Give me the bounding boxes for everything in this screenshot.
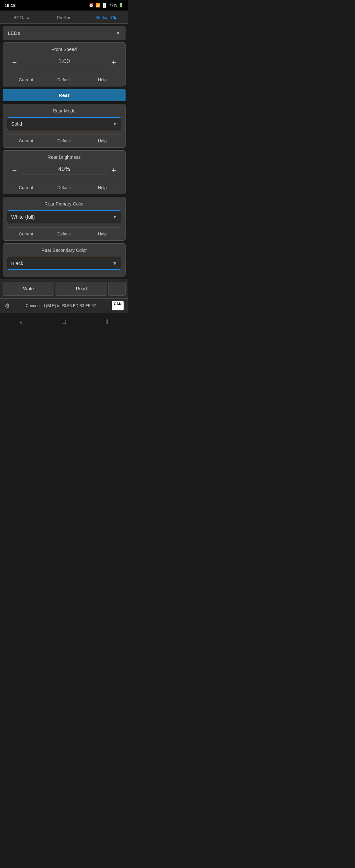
front-speed-card: Front Speed − 1.00 + Current Default Hel… bbox=[3, 42, 126, 87]
more-button[interactable]: ... bbox=[108, 282, 126, 296]
wifi-icon: 📶 bbox=[95, 3, 100, 7]
rear-secondary-color-select[interactable]: Black White (full) Red Green Blue Yellow bbox=[7, 257, 121, 269]
can-arrow-icon: → bbox=[116, 306, 119, 310]
signal-icon: ▐▌ bbox=[102, 3, 107, 7]
rear-mode-actions: Current Default Help bbox=[7, 134, 121, 145]
front-speed-actions: Current Default Help bbox=[7, 73, 121, 84]
rear-primary-color-select-wrapper: White (full) Red Green Blue Yellow Black… bbox=[7, 210, 121, 223]
tab-refloat-cfg[interactable]: Refloat Cfg bbox=[86, 10, 128, 23]
rear-secondary-color-card: Rear Secondary Color Black White (full) … bbox=[3, 243, 126, 277]
rear-brightness-default[interactable]: Default bbox=[45, 184, 83, 191]
rear-primary-color-select[interactable]: White (full) Red Green Blue Yellow Black bbox=[7, 211, 121, 223]
connection-text: Connected (BLE) to F0:F5:BD:B3:EF:52 bbox=[26, 304, 96, 308]
bottom-actions: Write Read ... bbox=[0, 279, 128, 298]
nav-home-button[interactable]: □ bbox=[57, 317, 71, 327]
front-speed-current[interactable]: Current bbox=[7, 76, 45, 84]
rear-mode-current[interactable]: Current bbox=[7, 137, 45, 145]
rear-mode-title: Rear Mode bbox=[7, 108, 121, 114]
front-speed-value: 1.00 bbox=[21, 58, 107, 67]
rear-brightness-value: 40% bbox=[21, 166, 107, 175]
rear-secondary-color-title: Rear Secondary Color bbox=[7, 248, 121, 253]
front-speed-stepper: − 1.00 + bbox=[7, 56, 121, 70]
front-speed-help[interactable]: Help bbox=[83, 76, 121, 84]
rear-brightness-card: Rear Brightness − 40% + Current Default … bbox=[3, 150, 126, 194]
rear-mode-default[interactable]: Default bbox=[45, 137, 83, 145]
rear-primary-color-title: Rear Primary Color bbox=[7, 201, 121, 207]
rear-brightness-current[interactable]: Current bbox=[7, 184, 45, 191]
rear-brightness-decrement[interactable]: − bbox=[8, 165, 21, 176]
rear-brightness-stepper: − 40% + bbox=[7, 164, 121, 178]
status-icons: ⏰ 📶 ▐▌ 77% 🔋 bbox=[89, 3, 124, 7]
rear-primary-color-current[interactable]: Current bbox=[7, 230, 45, 238]
main-content: LEDs ▼ Front Speed − 1.00 + Current Defa… bbox=[0, 24, 128, 279]
front-speed-increment[interactable]: + bbox=[107, 57, 120, 68]
status-time: 19:18 bbox=[5, 3, 15, 8]
tabs-bar: RT Data Profiles Refloat Cfg bbox=[0, 10, 128, 24]
can-label: CAN bbox=[114, 302, 122, 306]
nav-bar: ‹ □ ⦀ bbox=[0, 313, 128, 330]
can-badge: CAN → bbox=[112, 301, 124, 310]
rear-primary-color-actions: Current Default Help bbox=[7, 227, 121, 238]
nav-recent-button[interactable]: ⦀ bbox=[100, 317, 114, 327]
tab-profiles[interactable]: Profiles bbox=[43, 10, 86, 23]
read-button[interactable]: Read bbox=[56, 282, 107, 296]
rear-mode-help[interactable]: Help bbox=[83, 137, 121, 145]
rear-banner: Rear bbox=[3, 89, 126, 101]
status-bar: 19:18 ⏰ 📶 ▐▌ 77% 🔋 bbox=[0, 0, 128, 10]
front-speed-default[interactable]: Default bbox=[45, 76, 83, 84]
rear-mode-card: Rear Mode Solid Strobe Knight Rider Off … bbox=[3, 104, 126, 148]
rear-brightness-title: Rear Brightness bbox=[7, 155, 121, 160]
tab-rt-data[interactable]: RT Data bbox=[0, 10, 43, 23]
nav-back-button[interactable]: ‹ bbox=[15, 317, 28, 327]
gear-icon[interactable]: ⚙ bbox=[5, 302, 10, 309]
rear-mode-select-wrapper: Solid Strobe Knight Rider Off ▼ bbox=[7, 117, 121, 130]
alarm-icon: ⏰ bbox=[89, 3, 94, 7]
status-bottom-bar: ⚙ Connected (BLE) to F0:F5:BD:B3:EF:52 C… bbox=[0, 298, 128, 313]
rear-primary-color-default[interactable]: Default bbox=[45, 230, 83, 238]
leds-dropdown[interactable]: LEDs ▼ bbox=[3, 26, 126, 40]
rear-primary-color-card: Rear Primary Color White (full) Red Gree… bbox=[3, 197, 126, 241]
leds-label: LEDs bbox=[8, 30, 20, 36]
battery-icon: 🔋 bbox=[119, 3, 124, 7]
rear-mode-select[interactable]: Solid Strobe Knight Rider Off bbox=[7, 118, 121, 130]
rear-brightness-increment[interactable]: + bbox=[107, 165, 120, 176]
rear-primary-color-help[interactable]: Help bbox=[83, 230, 121, 238]
front-speed-decrement[interactable]: − bbox=[8, 57, 21, 68]
front-speed-title: Front Speed bbox=[7, 47, 121, 52]
rear-brightness-actions: Current Default Help bbox=[7, 181, 121, 191]
rear-secondary-color-select-wrapper: Black White (full) Red Green Blue Yellow… bbox=[7, 257, 121, 270]
rear-brightness-help[interactable]: Help bbox=[83, 184, 121, 191]
leds-chevron-icon: ▼ bbox=[116, 31, 120, 36]
battery-text: 77% bbox=[109, 3, 117, 7]
write-button[interactable]: Write bbox=[3, 282, 54, 296]
